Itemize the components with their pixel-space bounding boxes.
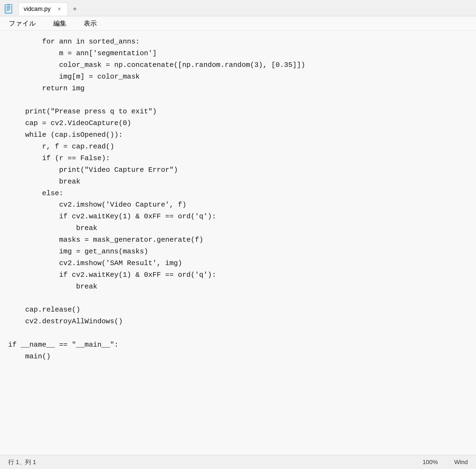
menu-edit[interactable]: 編集 bbox=[50, 17, 70, 30]
svg-rect-12 bbox=[7, 4, 10, 5]
encoding: Wind bbox=[454, 459, 468, 466]
tab-filename: vidcam.py bbox=[24, 5, 51, 13]
menu-bar: ファイル 編集 表示 bbox=[0, 16, 476, 30]
zoom-level: 100% bbox=[423, 459, 438, 466]
status-bar: 行 1、列 1 100% Wind bbox=[0, 455, 476, 469]
menu-file[interactable]: ファイル bbox=[5, 17, 39, 30]
title-bar: vidcam.py × + bbox=[0, 0, 476, 16]
code-content: for ann in sorted_anns: m = ann['segment… bbox=[8, 36, 468, 362]
file-tab[interactable]: vidcam.py × bbox=[18, 2, 68, 15]
menu-view[interactable]: 表示 bbox=[81, 17, 100, 30]
editor-area[interactable]: for ann in sorted_anns: m = ann['segment… bbox=[0, 30, 476, 455]
tab-close-button[interactable]: × bbox=[56, 6, 63, 12]
status-right: 100% Wind bbox=[423, 459, 468, 466]
cursor-position: 行 1、列 1 bbox=[8, 458, 36, 466]
app-icon bbox=[2, 2, 16, 16]
new-tab-button[interactable]: + bbox=[69, 3, 81, 15]
